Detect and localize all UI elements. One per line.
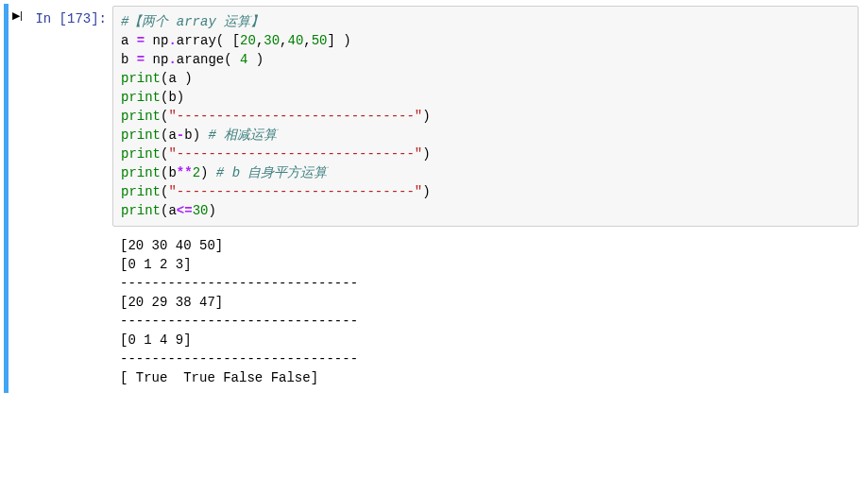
code-token: (a (161, 128, 177, 143)
code-output: [20 30 40 50] [0 1 2 3] ----------------… (112, 227, 859, 391)
code-token: (b (161, 165, 177, 180)
code-token: ) (422, 184, 430, 199)
code-punc: , (303, 33, 311, 48)
code-builtin: print (121, 203, 161, 218)
code-token: b (121, 52, 137, 67)
code-token: ) (247, 52, 264, 67)
code-operator: ** (177, 165, 193, 180)
code-token: np (145, 52, 168, 67)
code-operator: = (137, 33, 145, 48)
code-number: 40 (288, 33, 304, 48)
code-token: (a ) (161, 71, 193, 86)
code-token: np (145, 33, 168, 48)
code-operator: <= (177, 203, 193, 218)
output-line: [0 1 4 9] (120, 332, 192, 348)
code-string: "------------------------------" (168, 184, 422, 199)
code-builtin: print (121, 184, 161, 199)
code-string: "------------------------------" (168, 109, 422, 124)
code-number: 20 (240, 33, 256, 48)
output-line: ------------------------------ (120, 351, 358, 366)
output-line: ------------------------------ (120, 314, 358, 329)
output-line: [20 29 38 47] (120, 295, 223, 310)
notebook-cell: ▶| In [173]: #【两个 array 运算】 a = np.array… (4, 4, 864, 393)
code-input[interactable]: #【两个 array 运算】 a = np.array( [20,30,40,5… (112, 6, 859, 227)
code-token: ) (200, 165, 216, 180)
code-number: 30 (264, 33, 280, 48)
code-token: (a (161, 203, 177, 218)
code-builtin: print (121, 128, 161, 143)
code-builtin: print (121, 109, 161, 124)
code-builtin: print (121, 165, 161, 180)
output-line: [ True True False False] (120, 370, 318, 385)
code-token: arange( (177, 52, 240, 67)
code-token: ) (422, 109, 430, 124)
code-number: 30 (193, 203, 209, 218)
cell-content: #【两个 array 运算】 a = np.array( [20,30,40,5… (112, 6, 864, 391)
code-operator: . (168, 52, 176, 67)
output-line: ------------------------------ (120, 276, 358, 291)
code-token: ] ) (328, 33, 351, 48)
input-prompt: In [173]: (26, 6, 112, 391)
code-operator: - (177, 128, 184, 143)
code-string: "------------------------------" (168, 146, 422, 162)
code-number: 50 (312, 33, 328, 48)
code-token: ) (422, 146, 430, 162)
run-cell-icon[interactable]: ▶| (9, 6, 26, 391)
code-token: ) (208, 203, 215, 218)
code-token: array( [ (177, 33, 240, 48)
output-line: [20 30 40 50] (120, 238, 223, 253)
code-operator: . (168, 33, 176, 48)
code-number: 2 (193, 165, 200, 180)
code-operator: = (137, 52, 145, 67)
code-builtin: print (121, 146, 161, 162)
code-comment: #【两个 array 运算】 (121, 14, 264, 29)
code-token: a (121, 33, 137, 48)
code-comment: # 相减运算 (208, 128, 277, 143)
code-comment: # b 自身平方运算 (216, 165, 328, 180)
code-punc: , (280, 33, 287, 48)
code-token: (b) (161, 90, 184, 105)
code-token: b) (184, 128, 208, 143)
code-builtin: print (121, 71, 161, 86)
output-line: [0 1 2 3] (120, 257, 192, 272)
code-builtin: print (121, 90, 161, 105)
